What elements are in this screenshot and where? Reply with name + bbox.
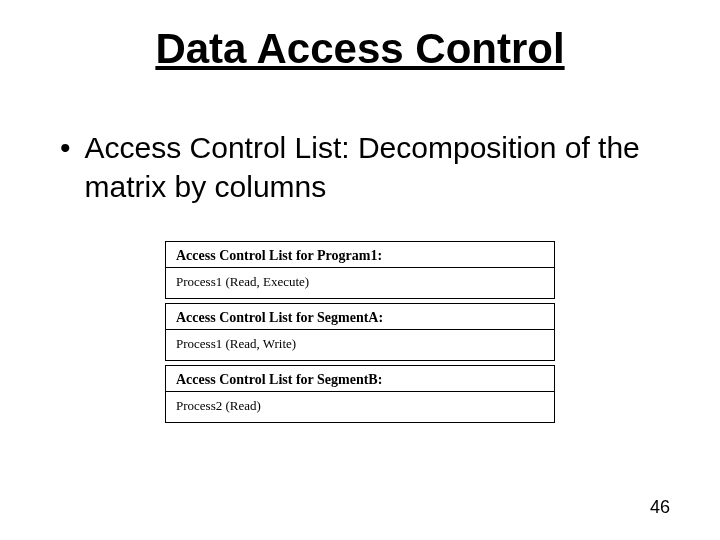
acl-header: Access Control List for SegmentA:	[176, 310, 544, 326]
acl-divider	[166, 329, 554, 330]
bullet-text: Access Control List: Decomposition of th…	[85, 128, 670, 206]
acl-entry: Process2 (Read)	[176, 398, 544, 414]
slide-title: Data Access Control	[50, 25, 670, 73]
bullet-marker: •	[60, 128, 71, 167]
page-number: 46	[650, 497, 670, 518]
acl-entry: Process1 (Read, Write)	[176, 336, 544, 352]
acl-divider	[166, 267, 554, 268]
slide: Data Access Control • Access Control Lis…	[0, 0, 720, 540]
acl-box-program1: Access Control List for Program1: Proces…	[165, 241, 555, 299]
bullet-item: • Access Control List: Decomposition of …	[60, 128, 670, 206]
acl-box-segmenta: Access Control List for SegmentA: Proces…	[165, 303, 555, 361]
acl-entry: Process1 (Read, Execute)	[176, 274, 544, 290]
acl-header: Access Control List for SegmentB:	[176, 372, 544, 388]
acl-header: Access Control List for Program1:	[176, 248, 544, 264]
acl-divider	[166, 391, 554, 392]
acl-container: Access Control List for Program1: Proces…	[165, 241, 555, 423]
acl-box-segmentb: Access Control List for SegmentB: Proces…	[165, 365, 555, 423]
